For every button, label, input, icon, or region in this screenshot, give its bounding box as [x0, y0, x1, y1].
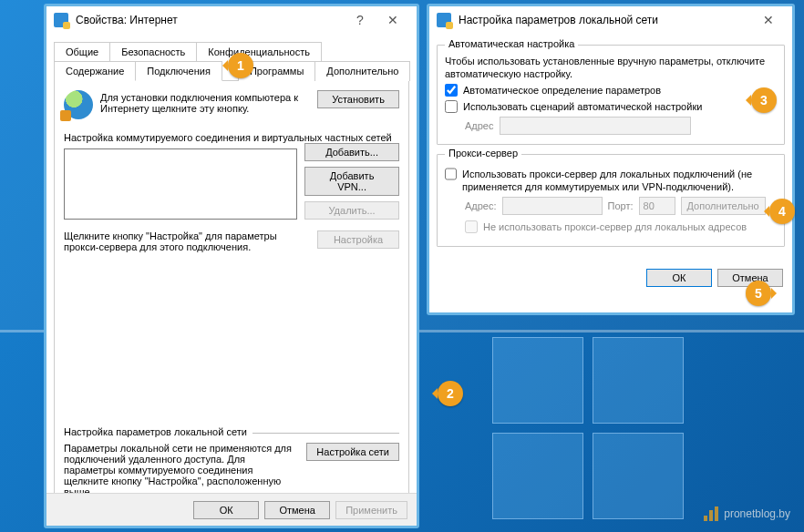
dlg1-cancel-button[interactable]: Отмена: [264, 501, 330, 519]
install-button[interactable]: Установить: [317, 90, 399, 108]
proxy-hint-text: Щелкните кнопку "Настройка" для параметр…: [64, 230, 310, 252]
use-script-checkbox[interactable]: [445, 100, 458, 113]
lan-settings-button[interactable]: Настройка сети: [306, 443, 399, 461]
lan-settings-icon: [437, 13, 451, 27]
use-proxy-checkbox[interactable]: [445, 168, 457, 180]
lan-settings-dialog: Настройка параметров локальной сети ✕ Ав…: [428, 5, 793, 313]
auto-detect-checkbox[interactable]: [445, 84, 458, 97]
use-proxy-label: Использовать прокси-сервер для локальных…: [462, 168, 777, 193]
connections-pane: Для установки подключения компьютера к И…: [54, 81, 409, 507]
script-address-label: Адрес: [465, 120, 494, 131]
dlg1-close-button[interactable]: ✕: [376, 9, 409, 31]
dlg2-button-bar: ОК Отмена: [429, 263, 792, 296]
tab-privacy[interactable]: Конфиденциальность: [196, 42, 322, 61]
bypass-local-checkbox: [465, 220, 478, 233]
callout-5: 5: [746, 281, 771, 306]
add-vpn-button[interactable]: Добавить VPN...: [304, 167, 399, 196]
proxy-port-input: [639, 197, 675, 215]
settings-button: Настройка: [317, 230, 399, 249]
dlg1-apply-button: Применить: [335, 501, 407, 519]
proxy-advanced-button: Дополнительно: [681, 197, 766, 215]
auto-config-text: Чтобы использовать установленные вручную…: [445, 55, 777, 80]
intro-text: Для установки подключения компьютера к И…: [100, 90, 310, 114]
dial-group-title: Настройка коммутируемого соединения и ви…: [64, 132, 399, 143]
lan-group-title: Настройка параметров локальной сети: [64, 426, 253, 437]
callout-3: 3: [751, 87, 777, 113]
proxy-legend: Прокси-сервер: [445, 148, 521, 159]
script-address-row: Адрес: [465, 117, 777, 135]
dlg1-help-button[interactable]: ?: [344, 9, 376, 31]
tab-connections[interactable]: Подключения: [135, 61, 222, 81]
dlg2-close-button[interactable]: ✕: [752, 9, 785, 31]
auto-detect-checkbox-row[interactable]: Автоматическое определение параметров: [445, 84, 777, 97]
auto-config-legend: Автоматическая настройка: [445, 38, 578, 49]
proxy-address-input: [502, 197, 603, 215]
lan-text: Параметры локальной сети не применяются …: [64, 443, 299, 497]
globe-icon: [64, 90, 93, 119]
proxy-address-row: Адрес: Порт: Дополнительно: [465, 197, 777, 215]
callout-2: 2: [438, 381, 463, 406]
dlg1-titlebar[interactable]: Свойства: Интернет ? ✕: [46, 6, 417, 34]
bypass-local-checkbox-row: Не использовать прокси-сервер для локаль…: [465, 220, 777, 233]
tab-content[interactable]: Содержание: [54, 61, 136, 81]
proxy-group: Прокси-сервер Использовать прокси-сервер…: [437, 154, 785, 247]
auto-detect-label: Автоматическое определение параметров: [463, 84, 661, 97]
use-proxy-checkbox-row[interactable]: Использовать прокси-сервер для локальных…: [445, 168, 777, 193]
auto-config-group: Автоматическая настройка Чтобы использов…: [437, 45, 785, 145]
script-address-input: [500, 117, 691, 135]
dlg2-ok-button[interactable]: ОК: [646, 269, 712, 287]
internet-options-icon: [54, 13, 68, 27]
watermark-text: pronetblog.by: [724, 507, 790, 520]
tab-general[interactable]: Общие: [54, 42, 110, 61]
dlg1-title: Свойства: Интернет: [76, 14, 344, 26]
proxy-address-label: Адрес:: [465, 200, 497, 211]
delete-button: Удалить...: [304, 201, 399, 220]
connections-listbox[interactable]: [64, 148, 297, 220]
callout-4: 4: [769, 199, 795, 224]
add-button[interactable]: Добавить...: [304, 143, 399, 161]
use-script-label: Использовать сценарий автоматической нас…: [463, 100, 702, 113]
watermark: pronetblog.by: [704, 506, 790, 521]
dlg1-button-bar: ОК Отмена Применить: [46, 493, 417, 526]
bypass-local-label: Не использовать прокси-сервер для локаль…: [483, 220, 747, 233]
proxy-port-label: Порт:: [608, 200, 634, 211]
dlg2-title: Настройка параметров локальной сети: [459, 14, 752, 26]
internet-properties-dialog: Свойства: Интернет ? ✕ Общие Безопасност…: [46, 5, 417, 527]
tab-security[interactable]: Безопасность: [109, 42, 197, 61]
callout-1: 1: [228, 53, 253, 78]
windows-logo: [492, 337, 693, 519]
watermark-bars-icon: [704, 506, 718, 521]
tab-advanced[interactable]: Дополнительно: [314, 61, 410, 81]
use-script-checkbox-row[interactable]: Использовать сценарий автоматической нас…: [445, 100, 777, 113]
dlg1-ok-button[interactable]: ОК: [193, 501, 259, 519]
dlg2-titlebar[interactable]: Настройка параметров локальной сети ✕: [429, 6, 792, 34]
